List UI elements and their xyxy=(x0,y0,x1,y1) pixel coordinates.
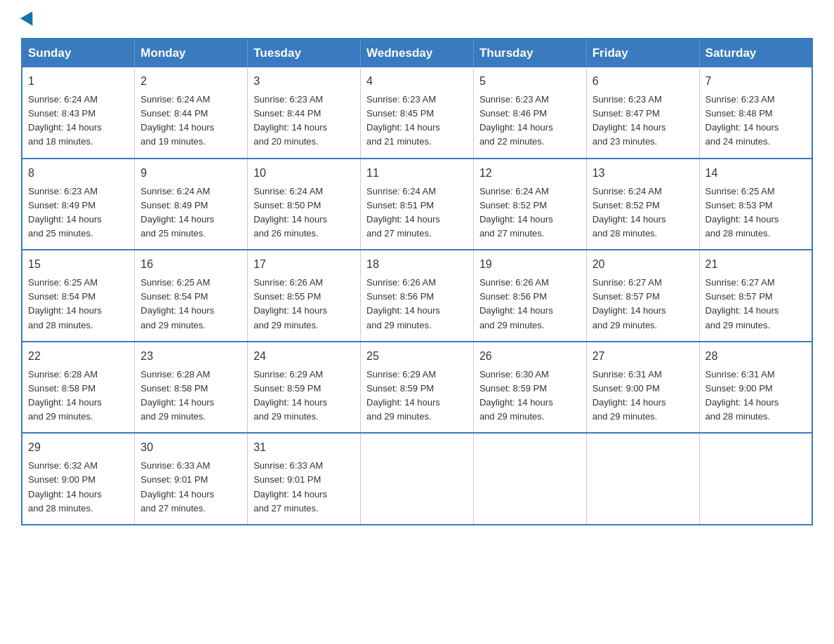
day-number: 16 xyxy=(140,256,241,273)
calendar-cell: 24 Sunrise: 6:29 AMSunset: 8:59 PMDaylig… xyxy=(248,342,361,434)
day-number: 25 xyxy=(366,348,468,365)
calendar-week-row: 1 Sunrise: 6:24 AMSunset: 8:43 PMDayligh… xyxy=(22,67,812,159)
day-number: 2 xyxy=(140,73,241,90)
day-number: 8 xyxy=(28,165,128,182)
calendar-week-row: 29 Sunrise: 6:32 AMSunset: 9:00 PMDaylig… xyxy=(22,433,812,525)
day-info: Sunrise: 6:25 AMSunset: 8:54 PMDaylight:… xyxy=(28,276,128,333)
calendar-cell: 9 Sunrise: 6:24 AMSunset: 8:49 PMDayligh… xyxy=(135,159,248,250)
calendar-week-row: 22 Sunrise: 6:28 AMSunset: 8:58 PMDaylig… xyxy=(22,342,812,434)
day-info: Sunrise: 6:28 AMSunset: 8:58 PMDaylight:… xyxy=(140,368,241,424)
column-header-tuesday: Tuesday xyxy=(248,39,361,67)
calendar-cell: 4 Sunrise: 6:23 AMSunset: 8:45 PMDayligh… xyxy=(361,67,474,159)
day-info: Sunrise: 6:24 AMSunset: 8:44 PMDaylight:… xyxy=(140,93,241,149)
column-header-sunday: Sunday xyxy=(22,39,135,67)
day-info: Sunrise: 6:24 AMSunset: 8:43 PMDaylight:… xyxy=(28,93,128,149)
day-number: 13 xyxy=(593,165,694,182)
day-number: 29 xyxy=(28,439,128,456)
day-number: 15 xyxy=(28,256,128,273)
calendar-cell: 20 Sunrise: 6:27 AMSunset: 8:57 PMDaylig… xyxy=(586,250,699,342)
day-number: 17 xyxy=(253,256,355,273)
day-number: 4 xyxy=(366,73,468,90)
day-number: 10 xyxy=(253,165,355,182)
day-number: 5 xyxy=(479,73,581,90)
day-number: 19 xyxy=(479,256,581,273)
calendar-cell: 19 Sunrise: 6:26 AMSunset: 8:56 PMDaylig… xyxy=(473,250,586,342)
day-info: Sunrise: 6:23 AMSunset: 8:44 PMDaylight:… xyxy=(253,93,355,149)
column-header-monday: Monday xyxy=(135,39,248,67)
calendar-cell: 11 Sunrise: 6:24 AMSunset: 8:51 PMDaylig… xyxy=(361,159,474,250)
day-info: Sunrise: 6:23 AMSunset: 8:49 PMDaylight:… xyxy=(28,185,128,241)
day-info: Sunrise: 6:26 AMSunset: 8:56 PMDaylight:… xyxy=(479,276,581,333)
calendar-cell: 26 Sunrise: 6:30 AMSunset: 8:59 PMDaylig… xyxy=(473,342,586,434)
day-number: 28 xyxy=(706,348,806,365)
day-info: Sunrise: 6:27 AMSunset: 8:57 PMDaylight:… xyxy=(593,276,694,333)
calendar-cell: 10 Sunrise: 6:24 AMSunset: 8:50 PMDaylig… xyxy=(248,159,361,250)
column-header-thursday: Thursday xyxy=(473,39,586,67)
day-number: 1 xyxy=(28,73,128,90)
calendar-cell: 28 Sunrise: 6:31 AMSunset: 9:00 PMDaylig… xyxy=(699,342,812,434)
day-number: 9 xyxy=(140,165,241,182)
day-number: 7 xyxy=(706,73,806,90)
day-info: Sunrise: 6:33 AMSunset: 9:01 PMDaylight:… xyxy=(140,459,241,516)
day-info: Sunrise: 6:23 AMSunset: 8:45 PMDaylight:… xyxy=(366,93,468,149)
day-number: 3 xyxy=(253,73,355,90)
calendar-cell: 3 Sunrise: 6:23 AMSunset: 8:44 PMDayligh… xyxy=(248,67,361,159)
calendar-cell: 31 Sunrise: 6:33 AMSunset: 9:01 PMDaylig… xyxy=(248,433,361,525)
calendar-cell: 22 Sunrise: 6:28 AMSunset: 8:58 PMDaylig… xyxy=(22,342,135,434)
day-info: Sunrise: 6:25 AMSunset: 8:53 PMDaylight:… xyxy=(706,185,806,241)
calendar-cell: 27 Sunrise: 6:31 AMSunset: 9:00 PMDaylig… xyxy=(586,342,699,434)
calendar-cell: 13 Sunrise: 6:24 AMSunset: 8:52 PMDaylig… xyxy=(586,159,699,250)
day-number: 23 xyxy=(140,348,241,365)
calendar-cell: 16 Sunrise: 6:25 AMSunset: 8:54 PMDaylig… xyxy=(135,250,248,342)
calendar-cell: 18 Sunrise: 6:26 AMSunset: 8:56 PMDaylig… xyxy=(361,250,474,342)
day-number: 14 xyxy=(706,165,806,182)
day-info: Sunrise: 6:25 AMSunset: 8:54 PMDaylight:… xyxy=(140,276,241,333)
column-header-friday: Friday xyxy=(586,39,699,67)
day-number: 24 xyxy=(253,348,355,365)
day-number: 18 xyxy=(366,256,468,273)
day-info: Sunrise: 6:24 AMSunset: 8:51 PMDaylight:… xyxy=(366,185,468,241)
calendar-cell xyxy=(361,433,474,525)
logo xyxy=(21,14,37,24)
day-info: Sunrise: 6:32 AMSunset: 9:00 PMDaylight:… xyxy=(28,459,128,516)
calendar-header-row: SundayMondayTuesdayWednesdayThursdayFrid… xyxy=(22,39,812,67)
column-header-saturday: Saturday xyxy=(699,39,812,67)
day-number: 6 xyxy=(593,73,694,90)
day-info: Sunrise: 6:30 AMSunset: 8:59 PMDaylight:… xyxy=(479,368,581,424)
calendar-cell xyxy=(473,433,586,525)
day-info: Sunrise: 6:31 AMSunset: 9:00 PMDaylight:… xyxy=(706,368,806,424)
column-header-wednesday: Wednesday xyxy=(361,39,474,67)
day-info: Sunrise: 6:24 AMSunset: 8:50 PMDaylight:… xyxy=(253,185,355,241)
day-info: Sunrise: 6:26 AMSunset: 8:55 PMDaylight:… xyxy=(253,276,355,333)
day-info: Sunrise: 6:31 AMSunset: 9:00 PMDaylight:… xyxy=(593,368,694,424)
day-number: 22 xyxy=(28,348,128,365)
day-number: 21 xyxy=(706,256,806,273)
day-info: Sunrise: 6:24 AMSunset: 8:52 PMDaylight:… xyxy=(479,185,581,241)
logo-triangle-icon xyxy=(20,11,39,29)
day-info: Sunrise: 6:29 AMSunset: 8:59 PMDaylight:… xyxy=(366,368,468,424)
calendar-table: SundayMondayTuesdayWednesdayThursdayFrid… xyxy=(21,38,813,525)
day-info: Sunrise: 6:26 AMSunset: 8:56 PMDaylight:… xyxy=(366,276,468,333)
day-number: 30 xyxy=(140,439,241,456)
day-number: 11 xyxy=(366,165,468,182)
calendar-cell xyxy=(699,433,812,525)
calendar-cell: 25 Sunrise: 6:29 AMSunset: 8:59 PMDaylig… xyxy=(361,342,474,434)
calendar-cell: 21 Sunrise: 6:27 AMSunset: 8:57 PMDaylig… xyxy=(699,250,812,342)
day-number: 20 xyxy=(593,256,694,273)
calendar-cell: 30 Sunrise: 6:33 AMSunset: 9:01 PMDaylig… xyxy=(135,433,248,525)
calendar-cell: 7 Sunrise: 6:23 AMSunset: 8:48 PMDayligh… xyxy=(699,67,812,159)
day-info: Sunrise: 6:24 AMSunset: 8:52 PMDaylight:… xyxy=(593,185,694,241)
day-number: 27 xyxy=(593,348,694,365)
page-header xyxy=(21,14,813,24)
calendar-cell: 5 Sunrise: 6:23 AMSunset: 8:46 PMDayligh… xyxy=(473,67,586,159)
day-info: Sunrise: 6:23 AMSunset: 8:46 PMDaylight:… xyxy=(479,93,581,149)
day-info: Sunrise: 6:27 AMSunset: 8:57 PMDaylight:… xyxy=(706,276,806,333)
day-info: Sunrise: 6:28 AMSunset: 8:58 PMDaylight:… xyxy=(28,368,128,424)
day-number: 31 xyxy=(253,439,355,456)
day-info: Sunrise: 6:29 AMSunset: 8:59 PMDaylight:… xyxy=(253,368,355,424)
day-number: 26 xyxy=(479,348,581,365)
calendar-cell: 23 Sunrise: 6:28 AMSunset: 8:58 PMDaylig… xyxy=(135,342,248,434)
day-info: Sunrise: 6:33 AMSunset: 9:01 PMDaylight:… xyxy=(253,459,355,516)
calendar-cell: 29 Sunrise: 6:32 AMSunset: 9:00 PMDaylig… xyxy=(22,433,135,525)
day-info: Sunrise: 6:24 AMSunset: 8:49 PMDaylight:… xyxy=(140,185,241,241)
